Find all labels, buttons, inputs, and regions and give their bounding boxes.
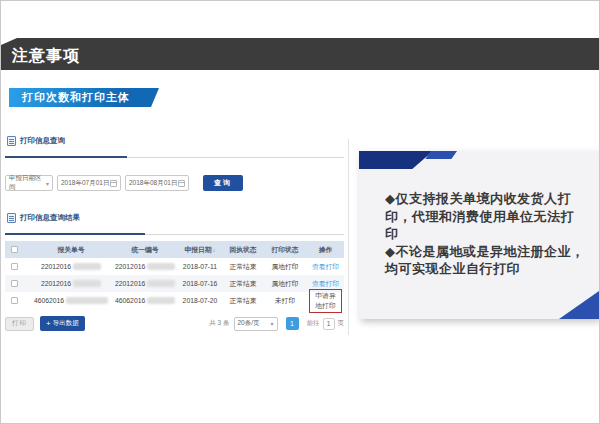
calendar-icon — [110, 180, 117, 187]
row-checkbox[interactable] — [11, 263, 18, 270]
redacted-mask — [147, 297, 175, 304]
slide-title: 注意事项 — [12, 42, 80, 67]
declaration-no-cell: 22012016 — [29, 263, 113, 270]
declaration-no-prefix: 22012016 — [41, 263, 71, 270]
redacted-mask — [147, 280, 175, 287]
print-status-cell: 属地打印 — [263, 279, 307, 289]
unified-no-cell: 22012016 — [113, 280, 177, 287]
table-row: 46062016 46062016 2018-07-20 正常结束 未打印 申请… — [5, 292, 344, 309]
search-button[interactable]: 查询 — [203, 175, 243, 191]
document-search-icon — [7, 136, 16, 146]
page-size-select[interactable]: 20条/页 ▾ — [234, 317, 278, 331]
apply-remote-print-link-highlighted[interactable]: 申请异地打印 — [309, 289, 342, 313]
section-query-title: 打印信息查询 — [20, 136, 65, 146]
row-checkbox[interactable] — [11, 280, 18, 287]
table-row: 22012016 22012016 2018-07-16 正常结束 属地打印 查… — [5, 275, 344, 292]
section-accent-line — [5, 233, 145, 235]
redacted-mask — [73, 263, 101, 270]
section-accent-line — [5, 156, 127, 158]
date-from-value: 2018年07月01日 — [61, 179, 109, 188]
date-to-value: 2018年08月01日 — [129, 179, 177, 188]
declare-date-cell: 2018-07-11 — [177, 263, 223, 270]
declaration-no-prefix: 22012016 — [41, 280, 71, 287]
calendar-icon — [178, 180, 185, 187]
select-all-checkbox[interactable] — [11, 246, 18, 253]
column-header: 打印状态 — [263, 245, 307, 255]
sort-desc-icon: ↓ — [213, 247, 216, 253]
pagination: 共 3 条 20条/页 ▾ 1 前往 1 页 — [209, 317, 344, 331]
column-header: 回执状态 — [223, 245, 263, 255]
goto-page-input[interactable]: 1 — [323, 318, 335, 330]
section-query-header: 打印信息查询 — [5, 141, 344, 158]
export-data-label: 导出数据 — [53, 319, 79, 328]
declare-date-cell: 2018-07-16 — [177, 280, 223, 287]
goto-prefix: 前往 — [307, 319, 320, 328]
table-footer: 打印 + 导出数据 共 3 条 20条/页 ▾ 1 前往 1 页 — [5, 316, 344, 331]
section-result-header: 打印信息查询结果 — [5, 218, 344, 235]
document-list-icon — [7, 213, 16, 223]
column-header: 报关单号 — [29, 245, 113, 255]
redacted-mask — [73, 280, 101, 287]
receipt-status-cell: 正常结束 — [223, 279, 263, 289]
chevron-down-icon: ▾ — [46, 180, 49, 187]
declaration-no-cell: 22012016 — [29, 280, 113, 287]
column-header: 统一编号 — [113, 245, 177, 255]
presentation-slide: 注意事项 打印次数和打印主体 打印信息查询 申报日期区间 ▾ 2018年07月0… — [0, 0, 600, 424]
topic-badge: 打印次数和打印主体 — [9, 88, 159, 107]
export-data-button[interactable]: + 导出数据 — [40, 316, 85, 331]
unified-no-prefix: 46062016 — [115, 297, 145, 304]
row-checkbox[interactable] — [11, 297, 18, 304]
page-1-button[interactable]: 1 — [286, 317, 299, 330]
chevron-down-icon: ▾ — [270, 320, 273, 327]
date-from-input[interactable]: 2018年07月01日 — [57, 175, 121, 191]
app-screenshot: 打印信息查询 申报日期区间 ▾ 2018年07月01日 2018年08月01日 … — [3, 139, 349, 335]
receipt-status-cell: 正常结束 — [223, 262, 263, 272]
view-print-link[interactable]: 查看打印 — [312, 279, 339, 289]
goto-suffix: 页 — [338, 319, 345, 328]
goto-page: 前往 1 页 — [307, 318, 345, 330]
declaration-no-prefix: 46062016 — [34, 297, 64, 304]
decorative-corner-triangle — [559, 291, 599, 319]
print-status-cell: 属地打印 — [263, 262, 307, 272]
page-size-value: 20条/页 — [238, 319, 260, 328]
declare-date-cell: 2018-07-20 — [177, 297, 223, 304]
select-all-cell — [5, 246, 29, 253]
receipt-status-cell: 正常结束 — [223, 296, 263, 306]
unified-no-cell: 22012016 — [113, 263, 177, 270]
redacted-mask — [66, 297, 108, 304]
table-row: 22012016 22012016 2018-07-11 正常结束 属地打印 查… — [5, 258, 344, 275]
date-to-input[interactable]: 2018年08月01日 — [125, 175, 189, 191]
redacted-mask — [147, 263, 175, 270]
section-result-title: 打印信息查询结果 — [20, 213, 80, 223]
print-button[interactable]: 打印 — [5, 317, 34, 331]
unified-no-prefix: 22012016 — [115, 280, 145, 287]
column-header-label: 申报日期 — [184, 245, 211, 255]
date-range-select[interactable]: 申报日期区间 ▾ — [5, 175, 53, 191]
filter-row: 申报日期区间 ▾ 2018年07月01日 2018年08月01日 查询 — [5, 175, 344, 191]
results-table: 报关单号 统一编号 申报日期 ↓ 回执状态 打印状态 操作 22012016 2… — [5, 241, 344, 309]
unified-no-cell: 46062016 — [113, 297, 177, 304]
note-bullets: ◆仅支持报关单境内收发货人打印，代理和消费使用单位无法打印 ◆不论是属地或是异地… — [359, 151, 599, 278]
column-header-sortable[interactable]: 申报日期 ↓ — [177, 245, 223, 255]
note-bullet: ◆仅支持报关单境内收发货人打印，代理和消费使用单位无法打印 — [385, 190, 585, 243]
table-header-row: 报关单号 统一编号 申报日期 ↓ 回执状态 打印状态 操作 — [5, 241, 344, 258]
slide-title-bar: 注意事项 — [1, 38, 600, 70]
note-bullet: ◆不论是属地或是异地注册企业，均可实现企业自行打印 — [385, 243, 585, 278]
column-header: 操作 — [307, 245, 344, 255]
date-range-select-value: 申报日期区间 — [9, 174, 43, 192]
unified-no-prefix: 22012016 — [115, 263, 145, 270]
note-card: ◆仅支持报关单境内收发货人打印，代理和消费使用单位无法打印 ◆不论是属地或是异地… — [359, 151, 599, 319]
declaration-no-cell: 46062016 — [29, 297, 113, 304]
view-print-link[interactable]: 查看打印 — [312, 262, 339, 272]
total-count: 共 3 条 — [209, 319, 229, 328]
topic-badge-label: 打印次数和打印主体 — [22, 90, 130, 105]
print-status-cell: 未打印 — [263, 296, 307, 306]
plus-icon: + — [46, 319, 51, 328]
